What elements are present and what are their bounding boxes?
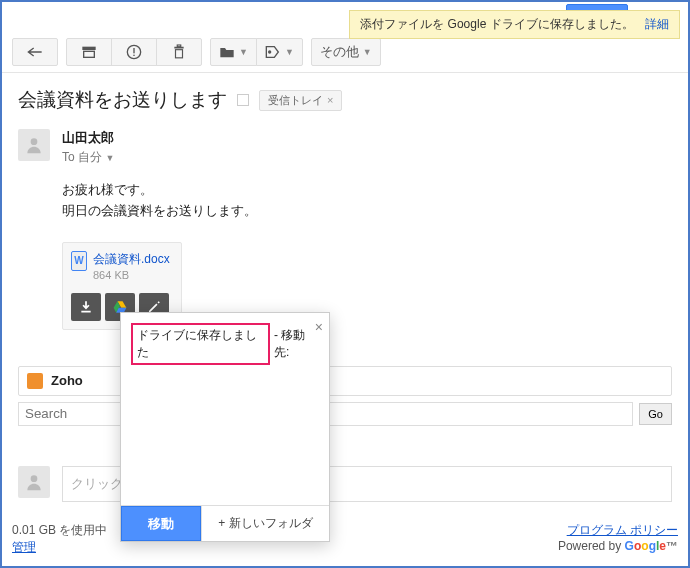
svg-point-10 [269,51,271,53]
svg-rect-5 [133,48,134,53]
program-policy-link[interactable]: プログラム ポリシー [567,523,678,537]
remove-label-icon[interactable]: × [327,94,333,106]
to-line[interactable]: To 自分 ▼ [62,149,672,166]
my-avatar [18,466,50,498]
delete-button[interactable] [156,38,202,66]
saved-to-drive-text: ドライブに保存しました [131,323,270,365]
storage-used: 0.01 GB を使用中 [12,522,107,539]
drive-save-popup: ドライブに保存しました - 移動先: × 移動 + 新しいフォルダ [120,312,330,542]
move-button[interactable]: 移動 [121,506,201,541]
svg-rect-9 [177,45,181,47]
svg-point-12 [31,475,38,482]
sender-name: 山田太郎 [62,129,672,147]
move-to-button[interactable]: ▼ [210,38,257,66]
svg-point-11 [31,138,38,145]
caret-down-icon: ▼ [285,47,294,57]
labels-button[interactable]: ▼ [256,38,303,66]
back-button[interactable] [12,38,58,66]
svg-rect-8 [176,50,183,58]
more-label: その他 [320,43,359,61]
svg-rect-3 [84,51,95,57]
word-doc-icon: W [71,251,87,271]
zoho-icon [27,373,43,389]
powered-by: Powered by Google™ [558,539,678,553]
move-to-label: - 移動先: [274,327,319,361]
email-body: お疲れ様です。 明日の会議資料をお送りします。 [62,180,672,222]
importance-marker[interactable] [237,94,249,106]
attachment-filename: 会議資料.docx [93,251,170,268]
caret-down-icon: ▼ [363,47,372,57]
sender-avatar [18,129,50,161]
email-subject: 会議資料をお送りします [18,87,227,113]
spam-button[interactable] [111,38,157,66]
storage-manage-link[interactable]: 管理 [12,540,36,554]
svg-rect-2 [82,47,95,50]
zoho-integration-bar[interactable]: Zoho [18,366,672,396]
archive-button[interactable] [66,38,112,66]
notification-text: 添付ファイルを Google ドライブに保存しました。 [360,17,633,31]
caret-down-icon: ▼ [239,47,248,57]
inbox-label-text: 受信トレイ [268,93,323,108]
download-button[interactable] [71,293,101,321]
drive-saved-notification: 添付ファイルを Google ドライブに保存しました。 詳細 [349,10,680,39]
expand-recipients-icon[interactable]: ▼ [105,153,114,163]
attachment-size: 864 KB [93,269,170,281]
more-button[interactable]: その他▼ [311,38,381,66]
go-button[interactable]: Go [639,403,672,425]
zoho-label: Zoho [51,373,83,388]
new-folder-button[interactable]: + 新しいフォルダ [201,506,329,541]
inbox-label[interactable]: 受信トレイ× [259,90,342,111]
svg-rect-6 [133,55,134,56]
close-popup-icon[interactable]: × [315,319,323,335]
notification-details-link[interactable]: 詳細 [645,17,669,31]
